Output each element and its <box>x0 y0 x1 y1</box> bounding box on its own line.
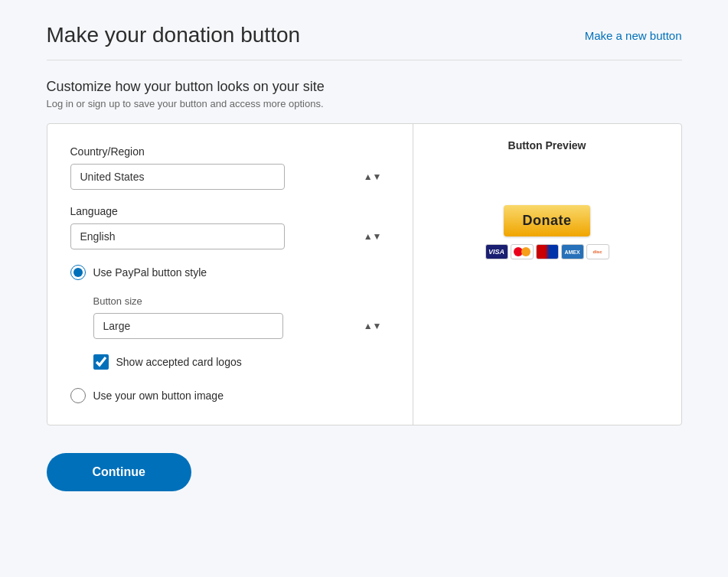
discover-text: disc <box>593 249 602 254</box>
paypal-style-radio[interactable] <box>70 265 86 280</box>
form-panel: Country/Region United States United King… <box>47 124 413 425</box>
button-size-select[interactable]: Small Medium Large <box>93 313 283 339</box>
country-field-group: Country/Region United States United King… <box>70 145 390 190</box>
language-select-arrow: ▲▼ <box>364 231 382 242</box>
mastercard-logo <box>511 244 534 259</box>
button-size-select-arrow: ▲▼ <box>364 321 382 331</box>
mastercard-circles <box>511 245 533 259</box>
page-header: Make your donation button Make a new but… <box>47 23 682 60</box>
section-title: Customize how your button looks on your … <box>47 79 682 95</box>
language-label: Language <box>70 205 390 217</box>
country-select-wrapper: United States United Kingdom Canada Aust… <box>70 164 390 190</box>
button-size-select-wrapper: Small Medium Large ▲▼ <box>93 313 390 339</box>
card-logos-preview: VISA M AMEX disc <box>485 244 609 259</box>
own-image-label: Use your own button image <box>93 390 224 402</box>
make-new-button[interactable]: Make a new button <box>585 29 682 42</box>
section-header: Customize how your button looks on your … <box>47 79 682 109</box>
own-image-radio[interactable] <box>70 388 86 403</box>
card-logos-checkbox-row: Show accepted card logos <box>93 354 390 370</box>
section-subtitle: Log in or sign up to save your button an… <box>47 98 682 109</box>
country-label: Country/Region <box>70 145 390 158</box>
language-select[interactable]: English French German Spanish Portuguese <box>70 223 285 249</box>
preview-title: Button Preview <box>508 139 586 152</box>
continue-button[interactable]: Continue <box>47 453 191 491</box>
button-size-label: Button size <box>93 295 390 307</box>
country-select-arrow: ▲▼ <box>364 171 382 182</box>
paypal-style-options: Button size Small Medium Large ▲▼ Show a… <box>93 295 390 370</box>
country-select[interactable]: United States United Kingdom Canada Aust… <box>70 164 285 190</box>
paypal-style-label: Use PayPal button style <box>93 266 207 279</box>
mc-right-circle <box>521 247 530 256</box>
visa-logo: VISA <box>485 244 508 259</box>
page-title: Make your donation button <box>47 23 301 47</box>
donate-preview-button: Donate <box>504 205 589 236</box>
amex-logo: AMEX <box>561 244 584 259</box>
own-image-radio-row: Use your own button image <box>70 388 390 403</box>
maestro-logo: M <box>536 244 559 259</box>
discover-logo: disc <box>586 244 609 259</box>
card-logos-label: Show accepted card logos <box>116 356 242 368</box>
card-logos-checkbox[interactable] <box>93 354 109 370</box>
main-panel: Country/Region United States United King… <box>47 123 682 425</box>
paypal-style-radio-row: Use PayPal button style <box>70 265 390 280</box>
language-select-wrapper: English French German Spanish Portuguese… <box>70 223 390 249</box>
preview-panel: Button Preview Donate VISA M AMEX disc <box>413 124 681 425</box>
language-field-group: Language English French German Spanish P… <box>70 205 390 249</box>
button-preview-area: Donate VISA M AMEX disc <box>485 205 609 259</box>
